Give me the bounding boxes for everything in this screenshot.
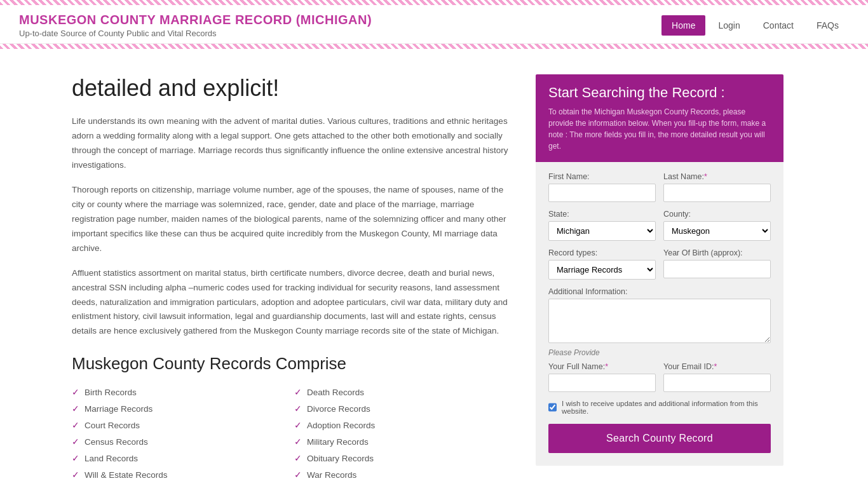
required-asterisk: * bbox=[704, 172, 707, 181]
search-form-panel: Start Searching the Record : To obtain t… bbox=[536, 74, 783, 483]
record-type-group: Record types: Marriage Records Birth Rec… bbox=[548, 248, 656, 280]
header-branding: MUSKEGON COUNTY MARRIAGE RECORD (MICHIGA… bbox=[19, 13, 372, 38]
record-label: Death Records bbox=[307, 388, 364, 397]
record-label: Military Records bbox=[307, 437, 369, 447]
county-group: County: Muskegon bbox=[663, 210, 771, 241]
record-label: Birth Records bbox=[85, 388, 137, 397]
record-label: Census Records bbox=[85, 437, 148, 447]
list-item: ✓ Birth Records bbox=[72, 384, 294, 400]
email-group: Your Email ID:* bbox=[663, 362, 771, 392]
list-item: ✓ War Records bbox=[294, 466, 517, 483]
check-icon: ✓ bbox=[72, 453, 79, 463]
email-label: Your Email ID:* bbox=[663, 362, 771, 371]
check-icon: ✓ bbox=[72, 387, 79, 397]
newsletter-checkbox[interactable] bbox=[548, 403, 557, 412]
records-section-heading: Muskegon County Records Comprise bbox=[72, 354, 517, 374]
site-title: MUSKEGON COUNTY MARRIAGE RECORD (MICHIGA… bbox=[19, 13, 372, 27]
first-name-input[interactable] bbox=[548, 184, 656, 202]
check-icon: ✓ bbox=[294, 453, 302, 463]
list-item: ✓ Census Records bbox=[72, 433, 294, 450]
check-icon: ✓ bbox=[72, 420, 79, 430]
nav-contact[interactable]: Contact bbox=[753, 15, 804, 36]
state-county-row: State: Michigan County: Muskegon bbox=[548, 210, 771, 241]
form-body: First Name: Last Name:* State: Michigan bbox=[536, 162, 783, 466]
list-item: ✓ Military Records bbox=[294, 433, 517, 450]
list-item: ✓ Divorce Records bbox=[294, 400, 517, 417]
list-item: ✓ Obituary Records bbox=[294, 450, 517, 466]
record-label: Marriage Records bbox=[85, 404, 153, 414]
list-item: ✓ Adoption Records bbox=[294, 417, 517, 433]
nav-home[interactable]: Home bbox=[661, 15, 705, 36]
year-of-birth-group: Year Of Birth (approx): bbox=[663, 248, 771, 280]
main-container: detailed and explicit! Life understands … bbox=[53, 62, 815, 488]
records-list: ✓ Birth Records ✓ Marriage Records ✓ Cou… bbox=[72, 384, 517, 483]
email-input[interactable] bbox=[663, 374, 771, 392]
last-name-group: Last Name:* bbox=[663, 172, 771, 202]
list-item: ✓ Land Records bbox=[72, 450, 294, 466]
state-label: State: bbox=[548, 210, 656, 219]
contact-row: Your Full Name:* Your Email ID:* bbox=[548, 362, 771, 392]
record-type-select[interactable]: Marriage Records Birth Records Death Rec… bbox=[548, 260, 656, 280]
year-of-birth-label: Year Of Birth (approx): bbox=[663, 248, 771, 257]
form-header: Start Searching the Record : To obtain t… bbox=[536, 74, 783, 162]
paragraph-1: Life understands its own meaning with th… bbox=[72, 114, 517, 173]
list-item: ✓ Court Records bbox=[72, 417, 294, 433]
main-heading: detailed and explicit! bbox=[72, 74, 517, 102]
record-label: Obituary Records bbox=[307, 454, 374, 463]
check-icon: ✓ bbox=[294, 437, 302, 447]
record-label: Divorce Records bbox=[307, 404, 370, 414]
records-col-right: ✓ Death Records ✓ Divorce Records ✓ Adop… bbox=[294, 384, 517, 483]
county-label: County: bbox=[663, 210, 771, 219]
newsletter-checkbox-label: I wish to receive updates and additional… bbox=[562, 400, 771, 415]
left-content: detailed and explicit! Life understands … bbox=[72, 74, 517, 483]
check-icon: ✓ bbox=[72, 470, 79, 480]
form-description: To obtain the Michigan Muskegon County R… bbox=[548, 106, 771, 152]
full-name-required: * bbox=[605, 362, 608, 371]
record-label: War Records bbox=[307, 470, 356, 480]
list-item: ✓ Will & Estate Records bbox=[72, 466, 294, 483]
record-year-row: Record types: Marriage Records Birth Rec… bbox=[548, 248, 771, 280]
records-col-left: ✓ Birth Records ✓ Marriage Records ✓ Cou… bbox=[72, 384, 294, 483]
last-name-label: Last Name:* bbox=[663, 172, 771, 181]
additional-info-textarea[interactable] bbox=[548, 299, 771, 343]
paragraph-2: Thorough reports on citizenship, marriag… bbox=[72, 183, 517, 256]
additional-info-label: Additional Information: bbox=[548, 287, 771, 296]
record-type-label: Record types: bbox=[548, 248, 656, 257]
paragraph-3: Affluent statistics assortment on marita… bbox=[72, 266, 517, 339]
check-icon: ✓ bbox=[72, 403, 79, 414]
year-of-birth-input[interactable] bbox=[663, 260, 771, 278]
state-select[interactable]: Michigan bbox=[548, 221, 656, 241]
full-name-group: Your Full Name:* bbox=[548, 362, 656, 392]
first-name-label: First Name: bbox=[548, 172, 656, 181]
additional-info-group: Additional Information: bbox=[548, 287, 771, 343]
check-icon: ✓ bbox=[294, 387, 302, 397]
check-icon: ✓ bbox=[72, 437, 79, 447]
record-label: Will & Estate Records bbox=[85, 470, 168, 480]
check-icon: ✓ bbox=[294, 420, 302, 430]
state-group: State: Michigan bbox=[548, 210, 656, 241]
email-required: * bbox=[714, 362, 717, 371]
check-icon: ✓ bbox=[294, 470, 302, 480]
main-nav: Home Login Contact FAQs bbox=[661, 15, 849, 36]
search-county-record-button[interactable]: Search County Record bbox=[548, 424, 771, 453]
full-name-label: Your Full Name:* bbox=[548, 362, 656, 371]
please-provide-text: Please Provide bbox=[548, 348, 771, 357]
form-title: Start Searching the Record : bbox=[548, 85, 771, 101]
list-item: ✓ Marriage Records bbox=[72, 400, 294, 417]
first-name-group: First Name: bbox=[548, 172, 656, 202]
site-subtitle: Up-to-date Source of County Public and V… bbox=[19, 29, 372, 38]
list-item: ✓ Death Records bbox=[294, 384, 517, 400]
record-label: Court Records bbox=[85, 421, 140, 430]
last-name-input[interactable] bbox=[663, 184, 771, 202]
full-name-input[interactable] bbox=[548, 374, 656, 392]
page-header: MUSKEGON COUNTY MARRIAGE RECORD (MICHIGA… bbox=[0, 5, 868, 44]
nav-login[interactable]: Login bbox=[708, 15, 750, 36]
name-row: First Name: Last Name:* bbox=[548, 172, 771, 202]
record-label: Land Records bbox=[85, 454, 138, 463]
newsletter-checkbox-row: I wish to receive updates and additional… bbox=[548, 400, 771, 415]
county-select[interactable]: Muskegon bbox=[663, 221, 771, 241]
check-icon: ✓ bbox=[294, 403, 302, 414]
record-label: Adoption Records bbox=[307, 421, 375, 430]
nav-faqs[interactable]: FAQs bbox=[806, 15, 849, 36]
